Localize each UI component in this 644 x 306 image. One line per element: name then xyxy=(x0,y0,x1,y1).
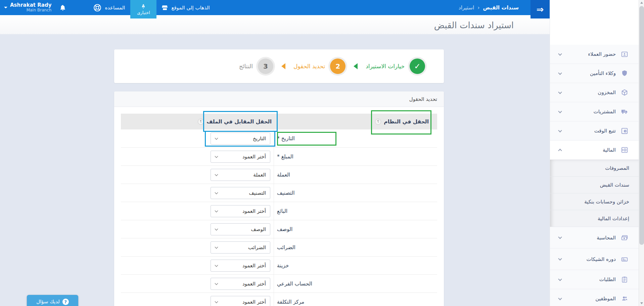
file-column-select[interactable]: أختر العمود xyxy=(211,278,270,290)
help-menu-button[interactable]: المساعده xyxy=(93,0,125,15)
user-menu[interactable]: Ashrakat Rady Main Branch xyxy=(4,0,51,15)
file-column-select[interactable]: الوصف xyxy=(211,223,270,235)
topbar-left-cluster: Ashrakat Rady Main Branch المساعده xyxy=(0,0,210,18)
table-row-date: التاريخ * التاريخ xyxy=(121,129,437,148)
sidebar-item-label: المشتريات xyxy=(594,109,616,115)
breadcrumb-current: استيراد xyxy=(459,5,474,11)
package-icon xyxy=(620,88,629,97)
help-badge-icon[interactable]: ؟ xyxy=(375,119,381,125)
table-row-currency: العملة العملة xyxy=(121,166,437,184)
file-column-header: الحقل المقابل في الملف ؟ xyxy=(121,114,274,129)
file-column-select[interactable]: أختر العمود xyxy=(211,151,270,163)
sidebar-item-cheque-cycle[interactable]: دوره الشيكات xyxy=(550,248,639,270)
have-a-question-button[interactable]: ? لديك سؤال xyxy=(27,295,78,306)
page-scrollbar[interactable] xyxy=(639,0,644,306)
chevron-down-icon xyxy=(558,277,562,281)
system-field-label: الوصف xyxy=(277,226,292,232)
table-row-taxes: الضرائب الضرائب xyxy=(121,238,437,257)
import-stepper-card: ✓ خيارات الاستيراد 2 تحديد الحقول 3 النت… xyxy=(114,49,444,83)
step-results: 3 النتائج xyxy=(239,59,273,74)
sidebar-subitem-finance-settings[interactable]: إعدادات المالية xyxy=(550,210,639,227)
step-import-options: ✓ خيارات الاستيراد xyxy=(366,59,425,74)
sidebar-item-label: المخزون xyxy=(598,89,616,95)
employees-icon xyxy=(620,295,629,303)
system-field-label: العملة xyxy=(277,172,290,178)
file-column-label: الحقل المقابل في الملف xyxy=(206,119,272,125)
banknotes-icon xyxy=(620,234,629,242)
storefront-icon xyxy=(162,4,168,11)
sidebar-item-client-attendance[interactable]: حضور العملاء xyxy=(550,45,639,64)
file-column-select[interactable]: الضرائب xyxy=(211,241,270,254)
step3-number: 3 xyxy=(258,59,273,74)
system-field-label: خزينة xyxy=(277,263,289,269)
sidebar-item-label: دوره الشيكات xyxy=(587,256,616,262)
sidebar-subitem-expenses[interactable]: المصروفات xyxy=(550,160,639,177)
sidebar-item-employees[interactable]: الموظفين xyxy=(550,289,639,306)
step-separator-arrow-icon xyxy=(354,63,358,69)
file-column-select[interactable]: أختر العمود xyxy=(211,260,270,272)
table-row-amount: المبلغ * أختر العمود xyxy=(121,148,437,166)
rocket-icon xyxy=(141,3,146,9)
sidebar-item-time-tracking[interactable]: تتبع الوقت xyxy=(550,121,639,141)
system-column-header: الحقل في النظام ؟ xyxy=(274,114,437,129)
sidebar-item-inventory[interactable]: المخزون xyxy=(550,83,639,102)
card-title: تحديد الحقول xyxy=(114,91,444,107)
sidebar-item-orders[interactable]: الطلبات xyxy=(550,270,639,289)
breadcrumb: سندات القبض ‹ استيراد xyxy=(459,0,519,15)
help-label: المساعده xyxy=(105,5,125,11)
select-value: الوصف xyxy=(218,226,270,232)
clipboard-list-icon xyxy=(620,275,629,283)
breadcrumb-parent-link[interactable]: سندات القبض xyxy=(483,5,519,11)
file-column-select[interactable]: أختر العمود xyxy=(211,205,270,217)
table-row-subaccount: الحساب الفرعي أختر العمود xyxy=(121,275,437,293)
notifications-button[interactable] xyxy=(59,0,66,15)
system-field-label: التاريخ * xyxy=(277,136,295,142)
sidebar-item-label: الطلبات xyxy=(599,276,616,282)
chevron-down-icon xyxy=(558,257,562,260)
select-value: أختر العمود xyxy=(218,263,270,269)
sidebar-item-insurance-agents[interactable]: وكلاء التأمين xyxy=(550,64,639,83)
truck-icon xyxy=(620,108,629,116)
double-arrow-icon: ⇒ xyxy=(537,4,544,14)
chevron-down-icon xyxy=(558,235,562,239)
table-row-vendor: البائع أختر العمود xyxy=(121,202,437,220)
file-column-select[interactable]: أختر العمود xyxy=(211,296,270,306)
user-branch: Main Branch xyxy=(10,8,51,13)
shield-icon xyxy=(620,69,629,77)
life-ring-icon xyxy=(93,3,102,12)
step2-label: تحديد الحقول xyxy=(293,63,325,70)
file-column-select[interactable]: التصنيف xyxy=(211,187,270,199)
breadcrumb-separator: ‹ xyxy=(477,5,479,11)
chevron-down-icon xyxy=(558,296,562,300)
go-to-site-label: الذهاب إلى الموقع xyxy=(171,5,210,11)
system-field-label: الضرائب xyxy=(277,244,295,251)
sidebar-item-accounting[interactable]: المحاسبة xyxy=(550,227,639,248)
field-mapping-card: تحديد الحقول الحقل في النظام ؟ الحقل الم… xyxy=(114,91,444,306)
chevron-down-icon xyxy=(558,109,562,113)
sidebar-collapse-button[interactable]: ⇒ xyxy=(531,0,550,18)
select-value: أختر العمود xyxy=(218,208,270,214)
chevron-down-icon xyxy=(558,52,562,55)
step1-check-icon: ✓ xyxy=(410,59,425,74)
trial-label: اختبارى xyxy=(137,10,150,15)
scrollbar-thumb[interactable] xyxy=(639,6,644,245)
sidebar-subitem-receipt-vouchers[interactable]: سندات القبض xyxy=(550,177,639,193)
scroll-down-icon[interactable] xyxy=(640,302,643,304)
trial-mode-badge[interactable]: اختبارى xyxy=(130,0,156,18)
scroll-up-icon[interactable] xyxy=(640,2,643,4)
sidebar-item-finance[interactable]: المالية xyxy=(550,141,639,160)
system-column-label: الحقل في النظام xyxy=(384,119,429,125)
help-badge-icon[interactable]: ؟ xyxy=(198,119,204,125)
step2-number: 2 xyxy=(330,59,346,74)
sidebar-item-label: المحاسبة xyxy=(597,235,616,241)
user-name: Ashrakat Rady xyxy=(10,2,51,8)
sidebar-item-purchases[interactable]: المشتريات xyxy=(550,102,639,121)
go-to-site-link[interactable]: الذهاب إلى الموقع xyxy=(162,0,210,15)
question-mark-icon: ? xyxy=(62,299,69,305)
file-column-select[interactable]: العملة xyxy=(211,169,270,181)
sidebar-subitem-treasuries-bank-accounts[interactable]: خزائن وحسابات بنكية xyxy=(550,193,639,210)
top-navbar: سندات القبض ‹ استيراد Ashrakat Rady Main… xyxy=(0,0,550,15)
file-column-select[interactable]: التاريخ xyxy=(211,132,270,145)
step3-label: النتائج xyxy=(239,63,253,70)
sidebar-item-label: حضور العملاء xyxy=(588,51,616,57)
